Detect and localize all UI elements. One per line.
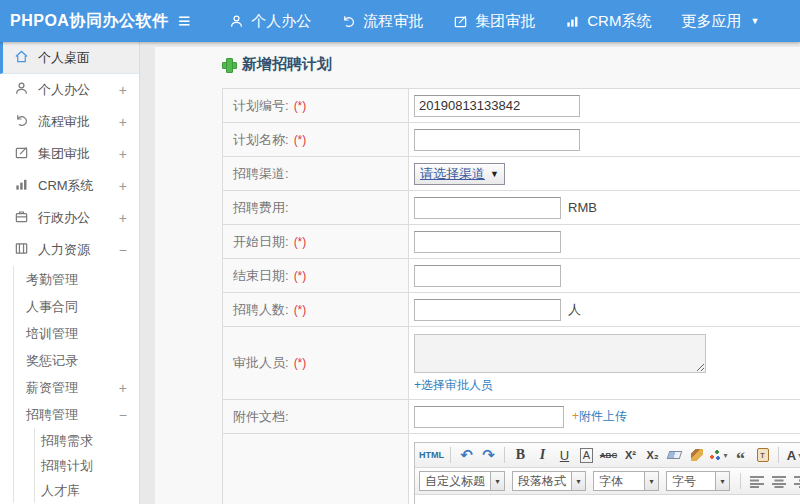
menu-icon[interactable]: ≡ xyxy=(178,0,190,42)
cost-input[interactable] xyxy=(414,197,561,219)
start-date-input[interactable] xyxy=(414,231,561,253)
required-mark: (*) xyxy=(294,269,307,283)
sidebar-item-personal-office[interactable]: 个人办公 + xyxy=(0,74,139,106)
editor-content-area[interactable] xyxy=(415,495,800,504)
undo-icon[interactable]: ↶ xyxy=(457,445,476,465)
superscript-icon[interactable]: X² xyxy=(621,445,640,465)
sidebar-item-attendance[interactable]: 考勤管理 xyxy=(14,266,139,293)
plan-number-input[interactable] xyxy=(414,95,580,117)
main-area: 新增招聘计划 计划编号:(*) 计划名称:(*) 招聘渠道: 请选择渠道 ▼ xyxy=(141,42,800,504)
html-source-button[interactable]: HTML xyxy=(419,445,444,465)
font-color-icon: A xyxy=(787,448,796,463)
broom-icon xyxy=(691,449,703,461)
top-nav: 个人办公 流程审批 集团审批 CRM系统 更多应用 ▼ xyxy=(214,0,774,42)
sidebar-item-hr-contract[interactable]: 人事合同 xyxy=(14,293,139,320)
custom-title-select[interactable]: 自定义标题▾ xyxy=(419,471,505,491)
expand-icon[interactable]: + xyxy=(119,210,127,226)
headcount-input[interactable] xyxy=(414,299,561,321)
form-row-plan-number: 计划编号:(*) xyxy=(223,89,800,123)
field-label: 附件文档: xyxy=(233,408,289,426)
content-panel: 新增招聘计划 计划编号:(*) 计划名称:(*) 招聘渠道: 请选择渠道 ▼ xyxy=(155,47,800,504)
sidebar-item-recruit-demand[interactable]: 招聘需求 xyxy=(35,428,139,453)
sidebar-item-crm[interactable]: CRM系统 + xyxy=(0,170,139,202)
nav-item-more-apps[interactable]: 更多应用 ▼ xyxy=(666,0,774,42)
field-label: 结束日期: xyxy=(233,267,289,285)
form-row-channel: 招聘渠道: 请选择渠道 ▼ xyxy=(223,157,800,191)
paste-plain-button[interactable]: T xyxy=(753,445,772,465)
align-right-icon[interactable] xyxy=(791,471,800,491)
person-icon xyxy=(229,14,244,29)
paint-format-button[interactable]: ▾ xyxy=(709,445,728,465)
form-row-start-date: 开始日期:(*) xyxy=(223,225,800,259)
font-size-select[interactable]: 字号▾ xyxy=(666,471,730,491)
char-border-icon[interactable]: A xyxy=(580,448,593,463)
caret-down-icon: ▼ xyxy=(490,169,499,179)
required-mark: (*) xyxy=(294,235,307,249)
underline-icon[interactable]: U xyxy=(555,445,574,465)
bold-icon[interactable]: B xyxy=(511,445,530,465)
end-date-input[interactable] xyxy=(414,265,561,287)
plan-name-input[interactable] xyxy=(414,129,580,151)
nav-item-personal-office[interactable]: 个人办公 xyxy=(214,0,326,42)
nav-item-workflow-approval[interactable]: 流程审批 xyxy=(326,0,438,42)
field-label: 计划编号: xyxy=(233,97,289,115)
collapse-icon[interactable]: − xyxy=(119,407,127,423)
chart-icon xyxy=(565,14,580,29)
attachment-input[interactable] xyxy=(414,406,564,428)
home-icon xyxy=(14,49,29,67)
font-color-button[interactable]: A▾ xyxy=(785,445,800,465)
form-row-editor: HTML ↶ ↷ B I U A ABC X² X₂ xyxy=(223,434,800,504)
italic-icon[interactable]: I xyxy=(533,445,552,465)
app-title: PHPOA协同办公软件 xyxy=(0,11,178,32)
sidebar-item-salary[interactable]: 薪资管理 + xyxy=(14,374,139,401)
caret-down-icon: ▾ xyxy=(723,451,727,460)
caret-down-icon: ▾ xyxy=(644,472,658,490)
field-label: 审批人员: xyxy=(233,354,289,372)
process-icon xyxy=(341,14,356,29)
sidebar-item-training[interactable]: 培训管理 xyxy=(14,320,139,347)
collapse-icon[interactable]: − xyxy=(119,242,127,258)
subscript-icon[interactable]: X₂ xyxy=(643,445,662,465)
field-label: 招聘人数: xyxy=(233,301,289,319)
sidebar-item-talent-pool[interactable]: 人才库 xyxy=(35,478,139,503)
edit-icon xyxy=(14,145,29,163)
strikethrough-icon[interactable]: ABC xyxy=(599,445,618,465)
field-label: 开始日期: xyxy=(233,233,289,251)
sidebar-item-admin-office[interactable]: 行政办公 + xyxy=(0,202,139,234)
sidebar-item-recruit-mgmt[interactable]: 招聘管理 − xyxy=(14,401,139,428)
sidebar-item-recruit-plan[interactable]: 招聘计划 xyxy=(35,453,139,478)
nav-item-group-approval[interactable]: 集团审批 xyxy=(438,0,550,42)
channel-select[interactable]: 请选择渠道 ▼ xyxy=(414,163,505,185)
expand-icon[interactable]: + xyxy=(119,146,127,162)
select-approvers-link[interactable]: +选择审批人员 xyxy=(414,377,493,394)
approvers-textarea[interactable] xyxy=(414,334,706,373)
edit-icon xyxy=(453,14,468,29)
sidebar-item-personal-desktop[interactable]: 个人桌面 xyxy=(0,42,139,74)
sidebar-item-workflow-approval[interactable]: 流程审批 + xyxy=(0,106,139,138)
clipboard-icon: T xyxy=(757,448,769,462)
expand-icon[interactable]: + xyxy=(119,380,127,396)
upload-attachment-link[interactable]: +附件上传 xyxy=(572,408,627,425)
remove-format-button[interactable] xyxy=(665,445,684,465)
chart-icon xyxy=(14,177,29,195)
nav-item-crm[interactable]: CRM系统 xyxy=(550,0,666,42)
required-mark: (*) xyxy=(294,99,307,113)
format-brush-button[interactable] xyxy=(687,445,706,465)
form-row-end-date: 结束日期:(*) xyxy=(223,259,800,293)
expand-icon[interactable]: + xyxy=(119,178,127,194)
sidebar-item-group-approval[interactable]: 集团审批 + xyxy=(0,138,139,170)
blockquote-icon[interactable]: “ xyxy=(731,445,750,465)
sidebar-submenu-recruit: 招聘需求 招聘计划 人才库 xyxy=(34,428,139,503)
redo-icon[interactable]: ↷ xyxy=(479,445,498,465)
sidebar-item-reward-punishment[interactable]: 奖惩记录 xyxy=(14,347,139,374)
align-center-icon[interactable] xyxy=(769,471,788,491)
caret-down-icon: ▾ xyxy=(571,472,585,490)
paragraph-format-select[interactable]: 段落格式▾ xyxy=(512,471,586,491)
expand-icon[interactable]: + xyxy=(119,82,127,98)
align-left-icon[interactable] xyxy=(747,471,766,491)
expand-icon[interactable]: + xyxy=(119,114,127,130)
sidebar-submenu-hr: 考勤管理 人事合同 培训管理 奖惩记录 薪资管理 + 招聘管理 − 招聘需求 招… xyxy=(13,266,139,503)
font-family-select[interactable]: 字体▾ xyxy=(593,471,659,491)
paint-splatter-icon xyxy=(709,449,721,461)
sidebar-item-human-resources[interactable]: 人力资源 − xyxy=(0,234,139,266)
